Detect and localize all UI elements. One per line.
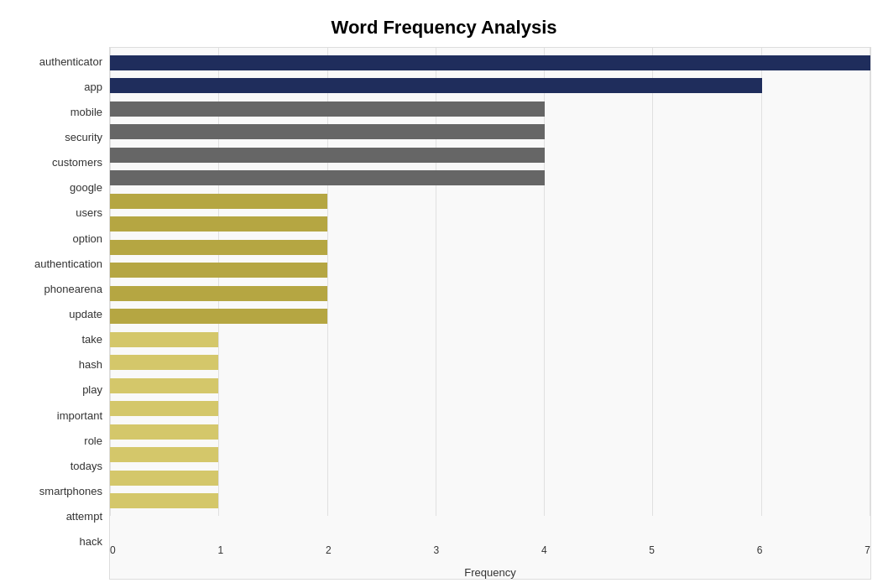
y-label-mobile: mobile — [17, 107, 102, 117]
bar-hash — [110, 332, 218, 347]
bar-row-authenticator — [110, 55, 870, 71]
bar-mobile — [110, 101, 545, 117]
y-label-security: security — [17, 132, 102, 143]
bar-row-play — [110, 354, 870, 371]
bar-authentication — [110, 240, 327, 255]
bar-row-role — [110, 400, 870, 417]
chart-container: authenticatorappmobilesecuritycustomersg… — [17, 47, 871, 580]
y-label-authentication: authentication — [17, 258, 102, 269]
y-label-customers: customers — [17, 157, 102, 168]
bar-row-attempt — [110, 470, 870, 487]
bar-attempt — [110, 471, 218, 486]
x-tick-5: 5 — [649, 544, 655, 556]
y-label-google: google — [17, 182, 102, 193]
y-label-app: app — [17, 81, 102, 92]
y-label-attempt: attempt — [17, 511, 102, 522]
bar-role — [110, 401, 218, 416]
bar-row-phonearena — [110, 262, 870, 278]
x-tick-1: 1 — [217, 544, 223, 556]
y-label-authenticator: authenticator — [17, 56, 102, 67]
bar-row-smartphones — [110, 446, 870, 463]
bar-row-security — [110, 123, 870, 140]
x-axis-label: Frequency — [110, 566, 870, 579]
y-label-take: take — [17, 334, 102, 345]
y-label-play: play — [17, 384, 102, 395]
bar-authenticator — [110, 55, 870, 70]
bar-take — [110, 309, 327, 324]
bar-app — [110, 78, 762, 93]
bar-todays — [110, 424, 218, 440]
x-tick-4: 4 — [541, 544, 547, 556]
chart-title: Word Frequency Analysis — [332, 17, 557, 39]
bar-row-customers — [110, 147, 870, 164]
x-tick-6: 6 — [757, 544, 763, 556]
bar-google — [110, 170, 545, 185]
bar-row-important — [110, 377, 870, 394]
bar-row-hack — [110, 492, 870, 509]
bar-phonearena — [110, 263, 327, 278]
y-axis-labels: authenticatorappmobilesecuritycustomersg… — [17, 47, 109, 580]
bar-row-option — [110, 216, 870, 232]
y-label-smartphones: smartphones — [17, 486, 102, 497]
bar-row-users — [110, 193, 870, 210]
bar-option — [110, 216, 327, 232]
bar-customers — [110, 148, 545, 163]
y-label-hash: hash — [17, 359, 102, 370]
x-tick-7: 7 — [864, 544, 870, 556]
y-label-important: important — [17, 410, 102, 421]
bar-row-update — [110, 285, 870, 302]
y-label-update: update — [17, 309, 102, 320]
y-label-role: role — [17, 435, 102, 446]
bar-update — [110, 286, 327, 301]
bar-smartphones — [110, 447, 218, 462]
bar-row-mobile — [110, 101, 870, 117]
bar-users — [110, 194, 327, 209]
bar-security — [110, 124, 545, 139]
bar-play — [110, 355, 218, 370]
x-tick-2: 2 — [326, 544, 332, 556]
bar-row-authentication — [110, 239, 870, 256]
bar-row-take — [110, 308, 870, 325]
bar-row-google — [110, 169, 870, 186]
y-label-users: users — [17, 207, 102, 218]
bar-row-hash — [110, 331, 870, 348]
bar-hack — [110, 493, 218, 508]
chart-plot-area: 01234567 Frequency — [109, 47, 871, 580]
y-label-option: option — [17, 233, 102, 244]
bar-row-todays — [110, 424, 870, 440]
bar-important — [110, 378, 218, 393]
y-label-phonearena: phonearena — [17, 284, 102, 294]
x-tick-0: 0 — [110, 544, 116, 556]
y-label-todays: todays — [17, 461, 102, 471]
x-tick-3: 3 — [433, 544, 439, 556]
bar-row-app — [110, 77, 870, 94]
y-label-hack: hack — [17, 536, 102, 547]
